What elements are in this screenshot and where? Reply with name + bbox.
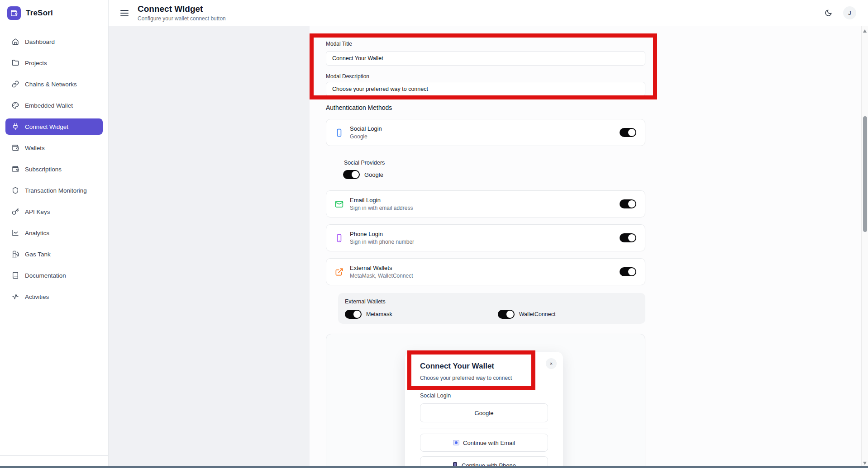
preview-divider bbox=[420, 429, 548, 429]
book-icon bbox=[12, 272, 19, 279]
main-area: Modal Title Modal Description Authentica… bbox=[109, 26, 868, 468]
sidebar-nav: Dashboard Projects Chains & Networks Emb… bbox=[5, 33, 103, 310]
brand: TreSori bbox=[0, 0, 108, 26]
sidebar-item-analytics[interactable]: Analytics bbox=[5, 225, 103, 241]
method-subtitle: Sign in with phone number bbox=[350, 239, 414, 245]
provider-name: Google bbox=[364, 171, 383, 178]
modal-description-input[interactable] bbox=[326, 82, 645, 96]
sidebar-item-label: Activities bbox=[25, 293, 49, 300]
key-icon bbox=[12, 208, 19, 215]
method-subtitle: Sign in with email address bbox=[350, 205, 413, 211]
sidebar-item-dashboard[interactable]: Dashboard bbox=[5, 33, 103, 50]
link-icon bbox=[12, 80, 19, 88]
header-titles: Connect Widget Configure your wallet con… bbox=[138, 4, 226, 22]
header-actions: J bbox=[825, 6, 856, 19]
sidebar-item-label: Documentation bbox=[25, 272, 66, 279]
smartphone-icon bbox=[335, 128, 343, 137]
button-label: Continue with Email bbox=[463, 440, 515, 446]
sidebar-item-label: Transaction Monitoring bbox=[25, 187, 87, 194]
modal-title-input[interactable] bbox=[326, 51, 645, 66]
sidebar-item-subscriptions[interactable]: Subscriptions bbox=[5, 161, 103, 177]
shield-icon bbox=[12, 187, 19, 194]
home-icon bbox=[12, 38, 19, 45]
sidebar-item-connect-widget[interactable]: Connect Widget bbox=[5, 118, 103, 135]
wallet-card-icon bbox=[12, 165, 19, 173]
moon-icon[interactable] bbox=[825, 9, 832, 17]
sidebar-item-gas-tank[interactable]: Gas Tank bbox=[5, 246, 103, 262]
email-login-toggle[interactable] bbox=[620, 199, 636, 208]
preview-modal: × Connect Your Wallet Choose your prefer… bbox=[405, 352, 563, 468]
scrollbar-thumb[interactable] bbox=[863, 116, 867, 232]
external-wallets-panel: External Wallets Metamask WalletConnect bbox=[338, 293, 645, 324]
vertical-scrollbar[interactable] bbox=[861, 26, 868, 468]
folder-icon bbox=[12, 59, 19, 66]
page-subtitle: Configure your wallet connect button bbox=[138, 15, 226, 22]
external-link-icon bbox=[335, 268, 343, 276]
modal-description-label: Modal Description bbox=[326, 73, 369, 80]
auth-methods-section-title: Authentication Methods bbox=[326, 104, 392, 111]
email-icon bbox=[453, 440, 459, 446]
google-provider-toggle[interactable] bbox=[343, 170, 360, 179]
provider-row-google: Google bbox=[343, 170, 383, 179]
sidebar-item-label: Dashboard bbox=[25, 38, 55, 45]
social-login-toggle[interactable] bbox=[620, 128, 636, 137]
google-login-button[interactable]: Google bbox=[420, 403, 548, 422]
mail-icon bbox=[335, 200, 343, 208]
activity-icon bbox=[12, 293, 19, 300]
preview-modal-subtitle: Choose your preferred way to connect bbox=[420, 375, 548, 381]
sidebar-item-api-keys[interactable]: API Keys bbox=[5, 203, 103, 220]
smartphone-icon bbox=[335, 234, 343, 242]
sidebar-item-label: Subscriptions bbox=[25, 166, 62, 173]
wallet-name: WalletConnect bbox=[519, 311, 556, 317]
method-row-external-wallets: External Wallets MetaMask, WalletConnect bbox=[326, 258, 645, 285]
method-title: Social Login bbox=[350, 125, 382, 132]
method-row-social-login: Social Login Google bbox=[326, 119, 645, 146]
method-title: External Wallets bbox=[350, 265, 413, 271]
header: Connect Widget Configure your wallet con… bbox=[109, 0, 868, 26]
wallet-row-metamask: Metamask bbox=[345, 310, 392, 319]
phone-login-toggle[interactable] bbox=[620, 233, 636, 242]
sidebar-item-label: Connect Widget bbox=[25, 123, 68, 130]
brand-name: TreSori bbox=[26, 9, 53, 18]
preview-social-login-label: Social Login bbox=[420, 392, 548, 399]
sidebar-item-label: Wallets bbox=[25, 145, 45, 151]
sidebar: TreSori Dashboard Projects Chains & Netw… bbox=[0, 0, 109, 468]
sidebar-item-transaction-monitoring[interactable]: Transaction Monitoring bbox=[5, 182, 103, 199]
walletconnect-toggle[interactable] bbox=[498, 310, 515, 319]
brand-logo bbox=[7, 6, 21, 20]
external-wallets-panel-label: External Wallets bbox=[345, 298, 639, 305]
sidebar-item-projects[interactable]: Projects bbox=[5, 55, 103, 71]
sidebar-item-label: Chains & Networks bbox=[25, 81, 77, 88]
avatar[interactable]: J bbox=[843, 6, 856, 19]
hamburger-icon[interactable] bbox=[120, 10, 129, 16]
sidebar-item-label: Analytics bbox=[25, 230, 49, 236]
sidebar-item-label: API Keys bbox=[25, 208, 50, 215]
sidebar-item-embedded-wallet[interactable]: Embedded Wallet bbox=[5, 97, 103, 113]
wallet-row-walletconnect: WalletConnect bbox=[498, 310, 556, 319]
scroll-up-arrow-icon[interactable] bbox=[863, 29, 867, 33]
sidebar-item-label: Gas Tank bbox=[25, 251, 51, 258]
metamask-toggle[interactable] bbox=[345, 310, 362, 319]
method-subtitle: Google bbox=[350, 133, 382, 140]
content-panel: Modal Title Modal Description Authentica… bbox=[310, 26, 861, 468]
sidebar-item-chains-networks[interactable]: Chains & Networks bbox=[5, 76, 103, 92]
continue-with-email-button[interactable]: Continue with Email bbox=[420, 434, 548, 452]
sidebar-item-label: Projects bbox=[25, 60, 47, 66]
social-providers-label: Social Providers bbox=[344, 160, 385, 166]
chart-icon bbox=[12, 229, 19, 236]
wallet-icon bbox=[12, 144, 19, 151]
wallet-name: Metamask bbox=[366, 311, 392, 317]
close-icon[interactable]: × bbox=[546, 358, 557, 369]
method-title: Phone Login bbox=[350, 231, 414, 237]
method-title: Email Login bbox=[350, 197, 413, 203]
sidebar-item-documentation[interactable]: Documentation bbox=[5, 267, 103, 284]
fuel-icon bbox=[12, 251, 19, 258]
sidebar-item-wallets[interactable]: Wallets bbox=[5, 140, 103, 156]
external-wallets-toggle[interactable] bbox=[620, 267, 636, 276]
wallet-icon bbox=[10, 9, 18, 17]
sidebar-item-activities[interactable]: Activities bbox=[5, 288, 103, 305]
modal-title-label: Modal Title bbox=[326, 41, 352, 47]
plug-icon bbox=[12, 123, 19, 130]
bottom-edge-bar bbox=[0, 466, 868, 468]
scroll-down-arrow-icon[interactable] bbox=[863, 462, 867, 465]
